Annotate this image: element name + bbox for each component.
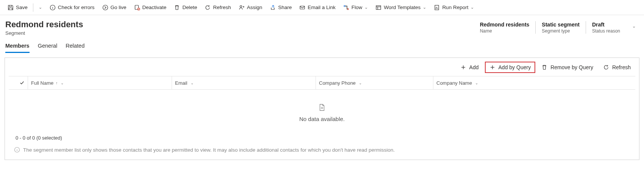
grid-footer-count: 0 - 0 of 0 (0 selected) [5, 132, 639, 143]
column-header-email[interactable]: Email ⌄ [172, 76, 316, 89]
form-tabs: Members General Related [0, 40, 644, 53]
grid-refresh-button[interactable]: Refresh [599, 62, 635, 72]
add-button[interactable]: Add [456, 62, 483, 72]
delete-icon [541, 64, 547, 70]
svg-point-3 [103, 5, 108, 10]
divider [33, 3, 33, 12]
grid-empty-text: No data available. [299, 116, 345, 122]
run-report-button[interactable]: Run Report ⌄ [431, 3, 477, 12]
header-field-segment-type-value: Static segment [542, 21, 580, 28]
column-header-company-phone-label: Company Phone [319, 80, 356, 86]
header-field-name-value: Redmond residents [480, 21, 530, 28]
info-icon [14, 147, 20, 153]
assign-button[interactable]: Assign [236, 3, 266, 12]
header-field-status-reason-value: Draft [592, 21, 620, 28]
record-header: Redmond residents Segment Redmond reside… [0, 15, 644, 38]
svg-point-10 [344, 5, 345, 6]
report-icon [434, 5, 440, 11]
column-header-company-name-label: Company Name [436, 80, 472, 86]
add-by-query-button[interactable]: Add by Query [485, 62, 536, 73]
column-header-full-name-label: Full Name [31, 80, 53, 86]
refresh-icon [603, 64, 609, 70]
chevron-down-icon: ⌄ [191, 81, 194, 85]
email-link-label: Email a Link [308, 5, 336, 10]
header-field-status-reason: Draft Status reason [586, 21, 626, 34]
info-icon [50, 5, 56, 11]
grid-toolbar: Add Add by Query Remove by Query Refresh [5, 58, 639, 75]
assign-icon [239, 5, 245, 11]
delete-button[interactable]: Delete [171, 3, 200, 12]
plus-icon [460, 64, 466, 70]
share-label: Share [278, 5, 292, 10]
command-bar: Save ⌄ Check for errors Go live Deactiva… [0, 0, 644, 15]
header-field-segment-type-label: Segment type [542, 28, 580, 34]
chevron-down-icon: ⌄ [61, 81, 64, 85]
check-errors-label: Check for errors [58, 5, 95, 10]
svg-point-7 [240, 5, 242, 7]
flow-button[interactable]: Flow ⌄ [340, 3, 371, 12]
save-button[interactable]: Save [5, 3, 31, 12]
word-templates-button[interactable]: Word Templates ⌄ [372, 3, 429, 12]
email-icon [299, 5, 305, 11]
tab-general[interactable]: General [38, 40, 58, 53]
tab-related[interactable]: Related [66, 40, 84, 53]
column-header-full-name[interactable]: Full Name ↑ ⌄ [28, 76, 172, 89]
sort-ascending-icon: ↑ [56, 81, 58, 85]
add-by-query-label: Add by Query [499, 64, 531, 70]
remove-by-query-label: Remove by Query [550, 64, 593, 70]
column-header-company-phone[interactable]: Company Phone ⌄ [316, 76, 433, 89]
select-all-checkbox[interactable] [13, 80, 28, 85]
go-live-icon [102, 5, 108, 11]
check-errors-button[interactable]: Check for errors [47, 3, 98, 12]
refresh-icon [205, 5, 211, 11]
remove-by-query-button[interactable]: Remove by Query [538, 62, 597, 72]
refresh-button[interactable]: Refresh [202, 3, 234, 12]
deactivate-button[interactable]: Deactivate [131, 3, 170, 12]
deactivate-label: Deactivate [142, 5, 167, 10]
chevron-down-icon: ⌄ [470, 5, 474, 10]
plus-icon [489, 64, 496, 70]
grid-empty-state: No data available. [5, 90, 639, 132]
word-templates-icon [375, 5, 381, 11]
chevron-down-icon: ⌄ [39, 5, 42, 10]
flow-icon [343, 5, 349, 11]
chevron-down-icon: ⌄ [475, 81, 478, 85]
save-label: Save [16, 5, 28, 10]
chevron-down-icon: ⌄ [359, 81, 362, 85]
header-field-name: Redmond residents Name [474, 21, 536, 34]
permission-note: The segment member list only shows those… [5, 143, 639, 160]
header-field-status-reason-label: Status reason [592, 28, 620, 34]
header-left: Redmond residents Segment [5, 20, 83, 36]
word-templates-label: Word Templates [384, 5, 420, 10]
header-field-segment-type: Static segment Segment type [535, 21, 586, 34]
document-icon [318, 103, 326, 113]
column-header-company-name[interactable]: Company Name ⌄ [433, 76, 631, 89]
permission-note-text: The segment member list only shows those… [23, 147, 395, 153]
grid-header-row: Full Name ↑ ⌄ Email ⌄ Company Phone ⌄ Co… [9, 76, 635, 90]
chevron-down-icon: ⌄ [423, 5, 426, 10]
save-icon [8, 5, 14, 11]
share-icon [270, 5, 276, 11]
tab-members[interactable]: Members [5, 40, 30, 53]
grid-refresh-label: Refresh [612, 64, 631, 70]
add-label: Add [469, 64, 479, 70]
go-live-label: Go live [111, 5, 127, 10]
entity-name: Segment [5, 30, 83, 36]
svg-rect-9 [300, 6, 305, 9]
email-link-button[interactable]: Email a Link [296, 3, 339, 12]
flow-label: Flow [352, 5, 363, 10]
assign-label: Assign [247, 5, 263, 10]
header-expand-toggle[interactable]: ⌄ [629, 21, 639, 30]
page-title: Redmond residents [5, 20, 83, 30]
run-report-label: Run Report [442, 5, 468, 10]
chevron-down-icon: ⌄ [364, 5, 368, 10]
refresh-label: Refresh [213, 5, 231, 10]
go-live-button[interactable]: Go live [99, 3, 130, 12]
save-dropdown[interactable]: ⌄ [36, 3, 45, 12]
delete-icon [174, 5, 180, 11]
header-fields: Redmond residents Name Static segment Se… [474, 20, 639, 34]
svg-rect-12 [376, 6, 381, 9]
chevron-down-icon: ⌄ [632, 24, 636, 28]
members-grid: Add Add by Query Remove by Query Refresh… [5, 57, 639, 160]
share-button[interactable]: Share [267, 3, 295, 12]
